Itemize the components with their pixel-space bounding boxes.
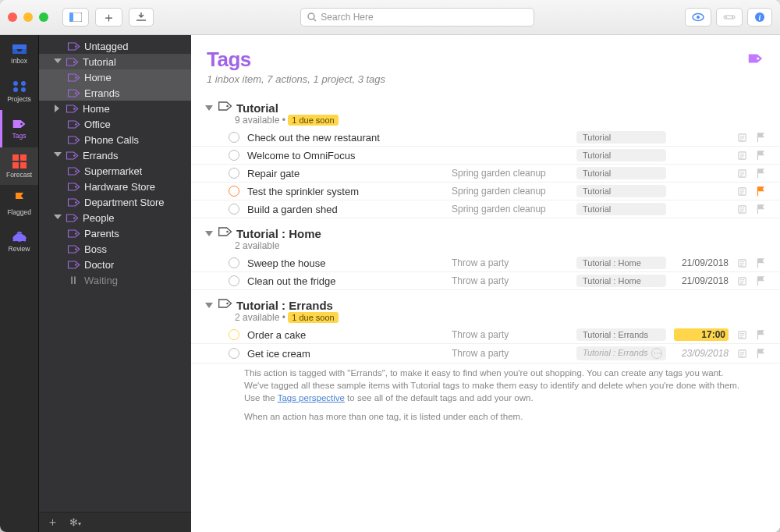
note-icon[interactable] — [736, 349, 747, 359]
flag-icon[interactable] — [755, 204, 766, 215]
task-tag[interactable]: Tutorial — [576, 185, 666, 197]
group-header[interactable]: Tutorial : Home — [191, 223, 780, 240]
zoom-icon[interactable] — [39, 12, 48, 22]
group-header[interactable]: Tutorial — [191, 98, 780, 115]
task-row[interactable]: Test the sprinkler systemSpring garden c… — [191, 183, 780, 200]
rail-inbox[interactable]: Inbox — [0, 35, 38, 73]
search-placeholder: Search Here — [321, 12, 373, 23]
sidebar-item-supermarket[interactable]: Supermarket — [39, 163, 191, 179]
task-tag[interactable]: Tutorial : Errands — [576, 328, 666, 341]
task-tag[interactable]: Tutorial : Home — [576, 257, 666, 269]
sidebar-item-people[interactable]: People — [39, 210, 191, 225]
chevron-down-icon[interactable] — [54, 215, 62, 221]
sidebar-item-hardware-store[interactable]: Hardware Store — [39, 179, 191, 194]
task-row[interactable]: Order a cakeThrow a partyTutorial : Erra… — [191, 326, 780, 344]
task-row[interactable]: Build a garden shedSpring garden cleanup… — [191, 200, 780, 218]
minimize-icon[interactable] — [23, 12, 33, 22]
tags-perspective-link[interactable]: Tags perspective — [278, 393, 345, 403]
task-row[interactable]: Get ice creamThrow a partyTutorial : Err… — [191, 344, 780, 364]
task-project: Spring garden cleanup — [452, 168, 569, 179]
flag-icon[interactable] — [755, 186, 766, 197]
focus-button[interactable] — [716, 8, 743, 27]
status-circle[interactable] — [229, 150, 239, 161]
inspector-button[interactable]: i — [747, 8, 772, 27]
view-button[interactable] — [685, 8, 711, 27]
task-row[interactable]: Clean out the fridgeThrow a partyTutoria… — [191, 272, 780, 290]
chevron-down-icon[interactable] — [205, 231, 213, 236]
sidebar-item-parents[interactable]: Parents — [39, 225, 191, 241]
toggle-sidebar-button[interactable] — [62, 8, 89, 27]
status-circle[interactable] — [229, 329, 239, 340]
status-circle[interactable] — [229, 257, 239, 268]
chevron-down-icon[interactable] — [54, 152, 62, 158]
download-button[interactable] — [129, 8, 154, 27]
task-tag[interactable]: Tutorial : Home — [576, 275, 666, 287]
task-row[interactable]: Sweep the houseThrow a partyTutorial : H… — [191, 254, 780, 272]
sidebar-item-waiting[interactable]: ⏸ Waiting — [39, 272, 191, 288]
tag-icon — [67, 135, 80, 144]
sidebar-item-home-2[interactable]: Home — [39, 101, 191, 116]
task-row[interactable]: Check out the new restaurantTutorial — [191, 129, 780, 147]
chevron-down-icon[interactable] — [205, 303, 213, 308]
flag-icon[interactable] — [755, 276, 766, 286]
sidebar-item-errands-2[interactable]: Errands — [39, 147, 191, 163]
flag-icon[interactable] — [755, 349, 766, 359]
sidebar-item-doctor[interactable]: Doctor — [39, 257, 191, 272]
rail-review[interactable]: Review — [0, 222, 38, 260]
more-tags-icon[interactable]: ⋯ — [651, 348, 662, 359]
search-input[interactable]: Search Here — [300, 8, 534, 27]
rail-tags[interactable]: Tags — [0, 110, 38, 147]
svg-rect-23 — [12, 162, 19, 168]
note-icon[interactable] — [736, 133, 747, 143]
note-icon[interactable] — [736, 330, 747, 340]
settings-gear-button[interactable]: ✻▾ — [69, 516, 81, 528]
task-tag[interactable]: Tutorial — [576, 149, 666, 161]
status-circle[interactable] — [229, 204, 239, 215]
flag-icon[interactable] — [755, 151, 766, 161]
flag-icon[interactable] — [755, 258, 766, 268]
sidebar-item-department-store[interactable]: Department Store — [39, 194, 191, 210]
task-tag[interactable]: Tutorial : Errands⋯ — [576, 346, 666, 360]
note-icon[interactable] — [736, 258, 747, 268]
sidebar-item-phone-calls[interactable]: Phone Calls — [39, 132, 191, 147]
group-header[interactable]: Tutorial : Errands — [191, 295, 780, 312]
note-icon[interactable] — [736, 204, 747, 215]
rail-forecast[interactable]: Forecast — [0, 147, 38, 185]
note-icon[interactable] — [736, 151, 747, 161]
task-tag[interactable]: Tutorial — [576, 203, 666, 215]
chevron-down-icon[interactable] — [54, 59, 62, 65]
task-title: Repair gate — [247, 168, 300, 179]
note-icon[interactable] — [736, 168, 747, 179]
chevron-right-icon[interactable] — [55, 105, 61, 112]
rail-projects[interactable]: Projects — [0, 73, 38, 110]
status-circle[interactable] — [229, 186, 239, 197]
sidebar-item-home[interactable]: Home — [39, 69, 191, 85]
task-row[interactable]: Welcome to OmniFocusTutorial — [191, 147, 780, 165]
close-icon[interactable] — [8, 12, 17, 22]
add-button[interactable]: ＋ — [95, 8, 122, 27]
note-icon[interactable] — [736, 276, 747, 286]
note-icon[interactable] — [736, 186, 747, 197]
task-tag[interactable]: Tutorial — [576, 131, 666, 144]
sidebar: Untagged Tutorial Home Errands — [39, 35, 191, 532]
sidebar-item-errands[interactable]: Errands — [39, 85, 191, 101]
task-title: Welcome to OmniFocus — [247, 150, 355, 161]
flag-icon[interactable] — [755, 330, 766, 340]
rail-flagged[interactable]: Flagged — [0, 185, 38, 222]
status-circle[interactable] — [229, 168, 239, 179]
flag-icon[interactable] — [755, 168, 766, 179]
sidebar-item-boss[interactable]: Boss — [39, 241, 191, 257]
status-circle[interactable] — [229, 132, 239, 143]
status-circle[interactable] — [229, 348, 239, 359]
flag-icon[interactable] — [755, 133, 766, 143]
sidebar-item-untagged[interactable]: Untagged — [39, 38, 191, 54]
tag-icon — [67, 119, 80, 129]
sidebar-item-office[interactable]: Office — [39, 116, 191, 132]
task-row[interactable]: Repair gateSpring garden cleanupTutorial — [191, 165, 780, 183]
add-tag-button[interactable]: ＋ — [47, 515, 58, 530]
chevron-down-icon[interactable] — [205, 105, 213, 111]
status-circle[interactable] — [229, 275, 239, 286]
rail-label: Inbox — [11, 57, 27, 65]
sidebar-item-tutorial[interactable]: Tutorial — [39, 54, 191, 69]
task-tag[interactable]: Tutorial — [576, 167, 666, 179]
